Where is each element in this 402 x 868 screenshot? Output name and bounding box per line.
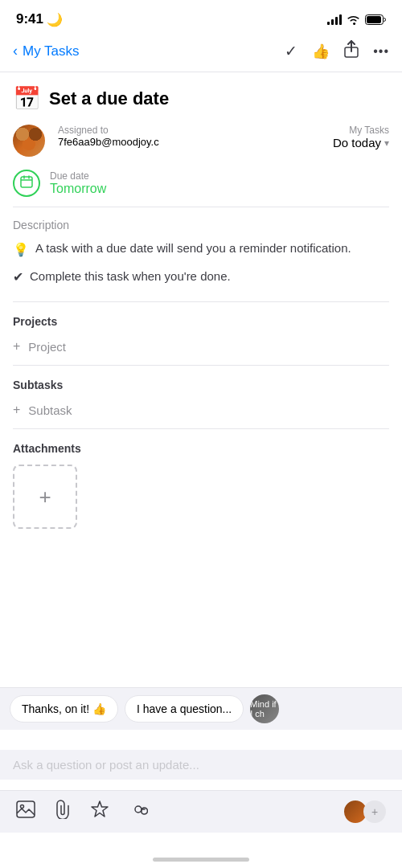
toolbar-icons [16, 800, 148, 824]
subtasks-section: Subtasks + Subtask [0, 366, 402, 424]
task-header: 📅 Set a due date [0, 72, 402, 118]
image-icon[interactable] [16, 800, 35, 823]
thumbsup-button[interactable]: 👍 [312, 43, 330, 60]
tip-text: A task with a due date will send you a r… [35, 240, 351, 258]
wifi-icon [347, 14, 360, 25]
do-today-label: Do today [333, 136, 381, 149]
mention-icon[interactable] [129, 800, 148, 824]
svg-rect-3 [21, 177, 32, 187]
nav-bar: ‹ My Tasks ✓ 👍 ••• [0, 34, 402, 72]
nav-back[interactable]: ‹ My Tasks [13, 43, 80, 59]
attachments-title: Attachments [13, 442, 389, 455]
do-today-selector[interactable]: Do today ▾ [333, 136, 389, 149]
projects-title: Projects [13, 315, 389, 328]
my-tasks-label: My Tasks [333, 125, 389, 136]
add-attachment-icon: + [39, 485, 51, 510]
status-icons [327, 14, 386, 25]
battery-icon [365, 14, 386, 25]
comment-input[interactable]: Ask a question or post an update... [13, 758, 389, 772]
nav-back-label[interactable]: My Tasks [23, 43, 80, 59]
task-title: Set a due date [49, 88, 169, 109]
share-button[interactable] [344, 40, 359, 62]
projects-section: Projects + Project [0, 302, 402, 360]
avatar [13, 125, 45, 157]
home-indicator [153, 858, 249, 862]
description-content: 💡 A task with a due date will send you a… [13, 240, 389, 287]
star-icon[interactable] [90, 800, 109, 824]
quick-reply-avatar: Mind if I ch [250, 694, 279, 723]
quick-reply-1[interactable]: Thanks, on it! 👍 [10, 695, 118, 723]
assigned-value: 7fe6aa9b@moodjoy.c [58, 136, 187, 148]
svg-rect-4 [17, 801, 35, 817]
due-date-row[interactable]: Due date Tomorrow [0, 163, 402, 207]
add-project-icon: + [13, 339, 20, 354]
attachments-section: Attachments + [0, 429, 402, 532]
calendar-icon: 📅 [13, 85, 41, 112]
add-subtask-label: Subtask [28, 403, 72, 417]
nav-actions: ✓ 👍 ••• [285, 40, 389, 62]
due-date-value: Tomorrow [50, 182, 106, 196]
moon-icon: 🌙 [47, 12, 63, 27]
svg-rect-1 [367, 16, 381, 23]
status-time: 9:41 [16, 11, 43, 27]
due-date-label: Due date [50, 170, 106, 182]
bulb-icon: 💡 [13, 240, 29, 260]
quick-reply-3-label: Mind if I ch [250, 699, 279, 719]
quick-reply-2[interactable]: I have a question... [125, 695, 244, 723]
attachment-icon[interactable] [55, 800, 71, 824]
assigned-label: Assigned to [58, 125, 320, 136]
bottom-toolbar: + [0, 790, 402, 833]
due-date-info: Due date Tomorrow [50, 170, 106, 196]
add-subtask-icon: + [13, 403, 20, 417]
description-title: Description [13, 219, 389, 231]
calendar-due-icon [20, 175, 33, 191]
description-section: Description 💡 A task with a due date wil… [0, 207, 402, 292]
my-tasks-section[interactable]: My Tasks Do today ▾ [333, 125, 389, 149]
more-button[interactable]: ••• [373, 44, 389, 59]
svg-point-5 [21, 805, 24, 809]
description-tip: 💡 A task with a due date will send you a… [13, 240, 389, 260]
add-project-row[interactable]: + Project [13, 336, 389, 357]
complete-task-row: ✔ Complete this task when you're done. [13, 268, 389, 287]
add-person-button[interactable]: + [363, 800, 386, 823]
add-project-label: Project [28, 340, 66, 354]
back-chevron-icon: ‹ [13, 43, 18, 59]
checkmark-icon: ✔ [13, 268, 23, 287]
checkmark-button[interactable]: ✓ [285, 42, 297, 60]
comment-input-row[interactable]: Ask a question or post an update... [0, 750, 402, 780]
due-date-icon-wrap [13, 170, 40, 197]
toolbar-avatar-group: + [343, 799, 386, 825]
assigned-info: Assigned to 7fe6aa9b@moodjoy.c [58, 125, 320, 148]
complete-text: Complete this task when you're done. [30, 268, 231, 286]
add-subtask-row[interactable]: + Subtask [13, 399, 389, 420]
add-attachment-button[interactable]: + [13, 465, 77, 529]
svg-point-6 [135, 806, 142, 813]
status-bar: 9:41 🌙 [0, 0, 402, 34]
signal-icon [327, 14, 342, 25]
chevron-down-icon: ▾ [384, 137, 389, 149]
quick-replies-bar: Thanks, on it! 👍 I have a question... Mi… [0, 687, 402, 730]
subtasks-title: Subtasks [13, 379, 389, 391]
meta-row: Assigned to 7fe6aa9b@moodjoy.c My Tasks … [0, 118, 402, 163]
